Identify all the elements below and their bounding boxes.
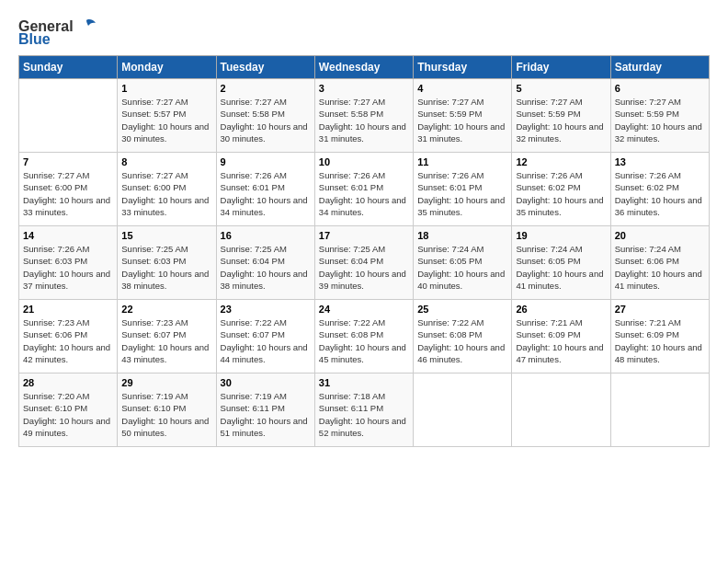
day-number: 10 [319,156,409,167]
day-number: 3 [319,83,409,94]
calendar-cell: 30Sunrise: 7:19 AMSunset: 6:11 PMDayligh… [216,373,314,447]
day-number: 25 [417,304,507,315]
calendar-cell: 7Sunrise: 7:27 AMSunset: 6:00 PMDaylight… [19,153,118,226]
day-info: Sunrise: 7:26 AMSunset: 6:02 PMDaylight:… [615,169,705,218]
calendar-cell: 3Sunrise: 7:27 AMSunset: 5:58 PMDaylight… [314,79,413,153]
day-info: Sunrise: 7:24 AMSunset: 6:05 PMDaylight:… [516,243,606,292]
calendar-cell [19,79,118,153]
day-number: 14 [23,230,113,241]
day-number: 13 [615,156,705,167]
day-info: Sunrise: 7:27 AMSunset: 6:00 PMDaylight:… [121,169,211,218]
day-number: 19 [516,230,606,241]
day-number: 9 [221,156,311,167]
logo-blue: Blue [18,31,51,48]
day-info: Sunrise: 7:25 AMSunset: 6:04 PMDaylight:… [319,243,409,292]
day-info: Sunrise: 7:27 AMSunset: 5:59 PMDaylight:… [417,96,507,144]
calendar-cell: 1Sunrise: 7:27 AMSunset: 5:57 PMDaylight… [118,79,216,153]
day-info: Sunrise: 7:21 AMSunset: 6:09 PMDaylight:… [516,316,606,365]
day-number: 28 [23,377,113,388]
day-number: 30 [221,377,311,388]
day-info: Sunrise: 7:27 AMSunset: 5:57 PMDaylight:… [121,96,211,144]
day-info: Sunrise: 7:26 AMSunset: 6:01 PMDaylight:… [319,169,409,218]
calendar-cell [610,373,709,447]
calendar-cell: 29Sunrise: 7:19 AMSunset: 6:10 PMDayligh… [118,373,216,447]
calendar-cell: 9Sunrise: 7:26 AMSunset: 6:01 PMDaylight… [216,153,314,226]
day-header-wednesday: Wednesday [314,56,413,79]
calendar-cell [414,373,512,447]
calendar-cell: 6Sunrise: 7:27 AMSunset: 5:59 PMDaylight… [610,79,709,153]
calendar-cell: 4Sunrise: 7:27 AMSunset: 5:59 PMDaylight… [414,79,512,153]
calendar-cell: 31Sunrise: 7:18 AMSunset: 6:11 PMDayligh… [314,373,413,447]
calendar-cell: 27Sunrise: 7:21 AMSunset: 6:09 PMDayligh… [610,300,709,373]
logo: General Blue [18,18,96,48]
day-info: Sunrise: 7:27 AMSunset: 5:59 PMDaylight:… [615,96,705,144]
day-number: 29 [121,377,211,388]
day-number: 18 [417,230,507,241]
calendar-cell: 25Sunrise: 7:22 AMSunset: 6:08 PMDayligh… [414,300,512,373]
calendar-cell: 18Sunrise: 7:24 AMSunset: 6:05 PMDayligh… [414,226,512,300]
calendar-cell: 17Sunrise: 7:25 AMSunset: 6:04 PMDayligh… [314,226,413,300]
day-number: 1 [121,83,211,94]
day-header-saturday: Saturday [610,56,709,79]
day-number: 20 [615,230,705,241]
day-info: Sunrise: 7:23 AMSunset: 6:06 PMDaylight:… [23,316,113,365]
calendar-cell [512,373,610,447]
day-info: Sunrise: 7:22 AMSunset: 6:07 PMDaylight:… [221,316,311,365]
day-info: Sunrise: 7:26 AMSunset: 6:02 PMDaylight:… [516,169,606,218]
day-info: Sunrise: 7:27 AMSunset: 6:00 PMDaylight:… [23,169,113,218]
calendar-table: SundayMondayTuesdayWednesdayThursdayFrid… [18,55,710,447]
day-info: Sunrise: 7:22 AMSunset: 6:08 PMDaylight:… [417,316,507,365]
day-number: 22 [121,304,211,315]
day-number: 17 [319,230,409,241]
day-info: Sunrise: 7:21 AMSunset: 6:09 PMDaylight:… [615,316,705,365]
day-info: Sunrise: 7:23 AMSunset: 6:07 PMDaylight:… [121,316,211,365]
day-number: 15 [121,230,211,241]
calendar-cell: 11Sunrise: 7:26 AMSunset: 6:01 PMDayligh… [414,153,512,226]
calendar-cell: 8Sunrise: 7:27 AMSunset: 6:00 PMDaylight… [118,153,216,226]
day-info: Sunrise: 7:27 AMSunset: 5:59 PMDaylight:… [516,96,606,144]
day-header-friday: Friday [512,56,610,79]
day-number: 23 [221,304,311,315]
calendar-cell: 13Sunrise: 7:26 AMSunset: 6:02 PMDayligh… [610,153,709,226]
day-info: Sunrise: 7:19 AMSunset: 6:11 PMDaylight:… [221,390,311,439]
calendar-cell: 2Sunrise: 7:27 AMSunset: 5:58 PMDaylight… [216,79,314,153]
day-number: 12 [516,156,606,167]
day-info: Sunrise: 7:25 AMSunset: 6:04 PMDaylight:… [221,243,311,292]
logo-bird-icon [77,18,96,35]
day-number: 4 [417,83,507,94]
day-number: 5 [516,83,606,94]
day-header-monday: Monday [118,56,216,79]
day-info: Sunrise: 7:20 AMSunset: 6:10 PMDaylight:… [23,390,113,439]
day-number: 21 [23,304,113,315]
day-info: Sunrise: 7:25 AMSunset: 6:03 PMDaylight:… [121,243,211,292]
day-number: 16 [221,230,311,241]
day-number: 8 [121,156,211,167]
day-info: Sunrise: 7:22 AMSunset: 6:08 PMDaylight:… [319,316,409,365]
calendar-cell: 28Sunrise: 7:20 AMSunset: 6:10 PMDayligh… [19,373,118,447]
day-header-sunday: Sunday [19,56,118,79]
day-number: 27 [615,304,705,315]
day-info: Sunrise: 7:27 AMSunset: 5:58 PMDaylight:… [221,96,311,144]
day-number: 24 [319,304,409,315]
calendar-cell: 23Sunrise: 7:22 AMSunset: 6:07 PMDayligh… [216,300,314,373]
day-info: Sunrise: 7:26 AMSunset: 6:01 PMDaylight:… [417,169,507,218]
calendar-cell: 26Sunrise: 7:21 AMSunset: 6:09 PMDayligh… [512,300,610,373]
day-header-thursday: Thursday [414,56,512,79]
day-number: 26 [516,304,606,315]
day-number: 11 [417,156,507,167]
day-number: 31 [319,377,409,388]
day-info: Sunrise: 7:24 AMSunset: 6:06 PMDaylight:… [615,243,705,292]
day-info: Sunrise: 7:18 AMSunset: 6:11 PMDaylight:… [319,390,409,439]
calendar-cell: 16Sunrise: 7:25 AMSunset: 6:04 PMDayligh… [216,226,314,300]
day-info: Sunrise: 7:19 AMSunset: 6:10 PMDaylight:… [121,390,211,439]
calendar-cell: 10Sunrise: 7:26 AMSunset: 6:01 PMDayligh… [314,153,413,226]
calendar-cell: 5Sunrise: 7:27 AMSunset: 5:59 PMDaylight… [512,79,610,153]
day-info: Sunrise: 7:26 AMSunset: 6:03 PMDaylight:… [23,243,113,292]
calendar-cell: 21Sunrise: 7:23 AMSunset: 6:06 PMDayligh… [19,300,118,373]
calendar-cell: 20Sunrise: 7:24 AMSunset: 6:06 PMDayligh… [610,226,709,300]
calendar-cell: 19Sunrise: 7:24 AMSunset: 6:05 PMDayligh… [512,226,610,300]
calendar-cell: 24Sunrise: 7:22 AMSunset: 6:08 PMDayligh… [314,300,413,373]
calendar-cell: 12Sunrise: 7:26 AMSunset: 6:02 PMDayligh… [512,153,610,226]
calendar-cell: 22Sunrise: 7:23 AMSunset: 6:07 PMDayligh… [118,300,216,373]
day-number: 2 [221,83,311,94]
